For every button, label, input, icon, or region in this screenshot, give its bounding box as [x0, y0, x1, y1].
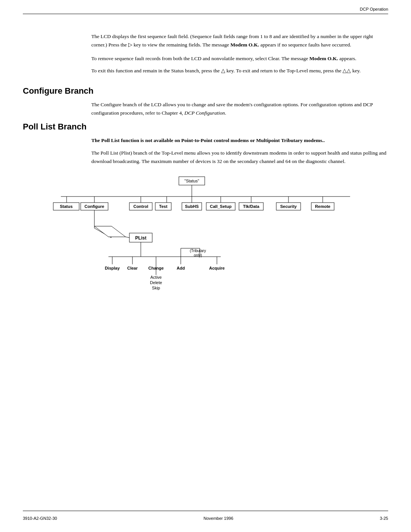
svg-text:Display: Display [105, 266, 120, 270]
svg-text:(Tributary: (Tributary [190, 249, 206, 253]
diagram-svg: "Status" [49, 177, 362, 299]
svg-text:Security: Security [280, 204, 297, 209]
svg-text:Test: Test [159, 204, 167, 209]
svg-text:Clear: Clear [127, 266, 138, 270]
svg-text:Status: Status [60, 204, 73, 209]
svg-text:Call_Setup: Call_Setup [210, 204, 232, 209]
svg-text:Tlk/Data: Tlk/Data [243, 204, 260, 209]
footer-right: 3-25 [380, 516, 388, 521]
svg-text:SubHS: SubHS [185, 204, 199, 209]
main-content: The LCD displays the first sequence faul… [23, 21, 388, 505]
svg-text:Delete: Delete [150, 280, 162, 285]
svg-marker-35 [94, 226, 126, 237]
svg-text:Add: Add [177, 266, 185, 270]
header-line [23, 14, 388, 14]
svg-text:Acquire: Acquire [209, 266, 225, 270]
svg-text:Configure: Configure [84, 204, 104, 209]
footer: 3910-A2-GN32-30 November 1996 3-25 [23, 516, 388, 521]
poll-list-bold-note: The Poll List function is not available … [91, 136, 388, 145]
page: DCP Operation The LCD displays the first… [0, 0, 411, 532]
footer-left: 3910-A2-GN32-30 [23, 516, 57, 521]
intro-para3: To exit this function and remain in the … [91, 67, 388, 75]
poll-list-text: The Poll List (Plist) branch of the Top-… [91, 149, 388, 165]
footer-line [23, 511, 388, 511]
footer-center: November 1996 [204, 516, 233, 521]
svg-text:Change: Change [148, 266, 164, 270]
modem-ok-1: Modem O.K. [230, 42, 259, 48]
svg-text:Remote: Remote [315, 204, 330, 209]
svg-line-38 [126, 237, 129, 238]
modem-ok-2: Modem O.K. [309, 56, 338, 61]
svg-text:Skip: Skip [152, 286, 160, 290]
diagram: "Status" [49, 177, 362, 299]
diagram-container: "Status" [23, 177, 388, 299]
poll-list-heading: Poll List Branch [23, 122, 388, 132]
svg-text:PList: PList [135, 235, 146, 241]
svg-text:"Status": "Status" [185, 179, 199, 183]
poll-list-note-text: The Poll List function is not available … [91, 137, 325, 143]
svg-text:only): only) [194, 253, 202, 257]
svg-text:Control: Control [133, 204, 148, 209]
configure-branch-text: The Configure branch of the LCD allows y… [91, 101, 388, 117]
intro-para1: The LCD displays the first sequence faul… [91, 32, 388, 49]
configure-branch-heading: Configure Branch [23, 86, 388, 96]
svg-text:Active: Active [150, 275, 162, 280]
header-title: DCP Operation [360, 7, 388, 11]
intro-para2: To remove sequence fault records from bo… [91, 54, 388, 63]
